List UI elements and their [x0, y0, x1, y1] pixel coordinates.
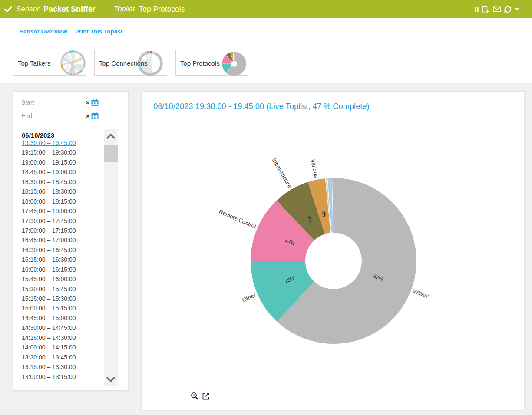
timeslot-item[interactable]: 16:15:00 – 16:30:00	[22, 255, 102, 264]
timeslot-item[interactable]: 14:30:00 – 14:45:00	[22, 323, 102, 333]
tab-label: Top Connections	[99, 59, 148, 66]
timeslot-item[interactable]: 14:00:00 – 14:15:00	[22, 343, 102, 352]
timeslot-item[interactable]: 18:00:00 – 18:15:00	[22, 197, 102, 206]
breadcrumb-page: Top Protocols	[139, 5, 185, 14]
timeslot-item[interactable]: 19:30:00 – 19:45:00	[22, 138, 102, 148]
timeslot-item[interactable]: 16:45:00 – 17:00:00	[22, 235, 102, 245]
separator-line	[0, 45, 532, 45]
external-link-icon[interactable]	[202, 392, 210, 400]
timeslot-item[interactable]: 17:45:00 – 18:00:00	[22, 206, 102, 216]
timeslot-item[interactable]: 14:45:00 – 15:00:00	[22, 313, 102, 323]
sensor-overview-button[interactable]: Sensor Overview	[13, 25, 74, 38]
pause-icon[interactable]	[474, 6, 479, 13]
print-toplist-button[interactable]: Print This Toplist	[69, 25, 129, 38]
timeslot-list: 19:30:00 – 19:45:0019:15:00 – 19:30:0019…	[22, 138, 102, 382]
page: { "topbar": { "status_icon": "check-icon…	[0, 0, 532, 415]
timeslot-item[interactable]: 19:15:00 – 19:30:00	[22, 148, 102, 157]
start-date-input[interactable]	[21, 98, 73, 107]
timeslot-panel: ✕ ✕ 06/10/2023 19:30:00 – 19:45:0019:15:…	[13, 91, 129, 391]
tab-top-protocols[interactable]: Top Protocols	[175, 50, 248, 76]
timeslot-item[interactable]: 19:00:00 – 19:15:00	[22, 158, 102, 167]
pie-slice	[72, 73, 76, 76]
chord-diagram-icon	[59, 49, 86, 76]
end-date-row: ✕	[21, 112, 104, 122]
start-date-row: ✕	[21, 98, 104, 109]
pie-slice-label: Remote Control	[218, 208, 257, 230]
timeslot-item[interactable]: 18:15:00 – 18:30:00	[22, 187, 102, 196]
toplist-chart-panel: 06/10/2023 19:30:00 - 19:45:00 (Live Top…	[141, 91, 525, 410]
top-protocols-donut-chart: 62%WWW13%Other13%Remote Control7%Infrast…	[142, 92, 525, 410]
breadcrumb-separator: —	[101, 5, 109, 14]
donut-chart-icon	[221, 51, 247, 77]
calendar-icon[interactable]	[91, 99, 99, 106]
pie-slice-label: Other	[241, 292, 257, 303]
scrollbar[interactable]	[104, 129, 118, 386]
breadcrumb-section: Toplist	[114, 5, 135, 13]
check-icon	[4, 6, 12, 12]
scrollbar-thumb[interactable]	[104, 145, 118, 162]
topbar: Sensor Packet Sniffer — Toplist Top Prot…	[0, 0, 532, 18]
clear-start-icon[interactable]: ✕	[86, 100, 90, 106]
scroll-up-button[interactable]	[104, 130, 118, 143]
caret-down-icon[interactable]	[515, 8, 519, 11]
timeslot-item[interactable]: 18:30:00 – 18:45:00	[22, 177, 102, 187]
timeslot-item[interactable]: 13:30:00 – 13:45:00	[22, 352, 102, 362]
clear-end-icon[interactable]: ✕	[86, 113, 90, 119]
refresh-icon[interactable]	[504, 6, 512, 13]
tab-label: Top Protocols	[180, 59, 220, 66]
timeslot-item[interactable]: 13:00:00 – 13:15:00	[22, 372, 102, 382]
timeslot-item[interactable]: 14:15:00 – 14:30:00	[22, 333, 102, 343]
timeslot-item[interactable]: 13:15:00 – 13:30:00	[22, 362, 102, 372]
zoom-icon[interactable]	[191, 392, 199, 400]
timeslot-item[interactable]: 16:30:00 – 16:45:00	[22, 245, 102, 255]
timeslot-item[interactable]: 15:30:00 – 15:45:00	[22, 284, 102, 294]
timeslot-item[interactable]: 18:45:00 – 19:00:00	[22, 167, 102, 177]
end-date-input[interactable]	[21, 112, 73, 120]
timeslot-item[interactable]: 17:30:00 – 17:45:00	[22, 216, 102, 226]
pie-slice-label: Infrastructure	[271, 157, 294, 189]
scroll-down-button[interactable]	[104, 372, 118, 385]
timeslot-item[interactable]: 15:00:00 – 15:15:00	[22, 303, 102, 313]
timeslot-item[interactable]: 15:15:00 – 15:30:00	[22, 294, 102, 303]
timeslot-item[interactable]: 16:00:00 – 16:15:00	[22, 265, 102, 274]
tab-label: Top Talkers	[18, 59, 51, 66]
timeslot-item[interactable]: 17:00:00 – 17:15:00	[22, 226, 102, 235]
chevron-down-icon	[106, 376, 116, 382]
timeslot-item[interactable]: 15:45:00 – 16:00:00	[22, 274, 102, 284]
calendar-icon[interactable]	[91, 112, 99, 120]
email-icon[interactable]	[493, 6, 501, 12]
report-icon[interactable]	[482, 6, 490, 13]
breadcrumb-sensor-name[interactable]: Packet Sniffer	[43, 5, 96, 14]
tab-top-talkers[interactable]: Top Talkers	[13, 50, 86, 76]
chevron-up-icon	[106, 134, 116, 139]
pie-slice-label: Various	[310, 158, 320, 178]
breadcrumb-kind: Sensor	[16, 5, 40, 13]
pie-slice-label: WWW	[412, 288, 430, 300]
tab-top-connections[interactable]: Top Connections	[94, 50, 167, 76]
